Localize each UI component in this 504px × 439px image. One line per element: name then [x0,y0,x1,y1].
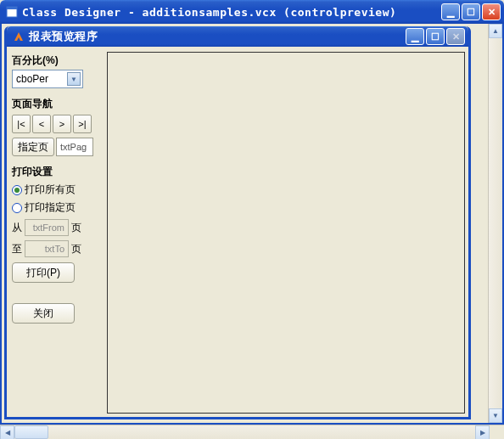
fox-icon [12,30,25,43]
nav-buttons: |< < > >| [12,115,104,133]
from-row: 从 txtFrom 页 [12,219,104,236]
to-label: 至 [12,242,22,256]
inner-client: 百分比(%) cboPer ▼ 页面导航 |< < > >| [7,47,468,417]
left-panel: 百分比(%) cboPer ▼ 页面导航 |< < > >| [12,52,104,414]
close-button[interactable]: ✕ [482,3,501,20]
maximize-button[interactable]: ☐ [462,3,480,20]
inner-window: 报表预览程序 ▁ ☐ ✕ 百分比(%) cboPer ▼ 页面导 [4,26,471,419]
to-page-suffix: 页 [71,242,81,256]
percent-combo-value: cboPer [16,73,48,85]
outer-titlebar[interactable]: Class Designer - additionsamples.vcx (co… [0,0,504,24]
print-all-label: 打印所有页 [25,183,76,197]
to-page-input: txtTo [25,240,69,257]
inner-maximize-button[interactable]: ☐ [426,28,445,45]
chevron-down-icon: ▼ [67,72,81,86]
percent-label: 百分比(%) [12,53,104,68]
inner-close-button: ✕ [446,28,465,45]
scroll-left-button[interactable]: ◀ [0,425,14,439]
preview-pane [107,52,465,414]
print-button[interactable]: 打印(P) [12,262,75,283]
scroll-down-button[interactable]: ▼ [489,408,502,423]
close-form-button[interactable]: 关闭 [12,303,75,324]
outer-window-buttons: ▁ ☐ ✕ [441,3,501,20]
nav-label: 页面导航 [12,97,104,111]
inner-minimize-button[interactable]: ▁ [406,28,424,45]
prev-page-button[interactable]: < [32,115,51,133]
goto-row: 指定页 txtPag [12,138,104,156]
outer-window: Class Designer - additionsamples.vcx (co… [0,0,504,439]
next-page-button[interactable]: > [53,115,71,133]
inner-window-buttons: ▁ ☐ ✕ [406,28,465,45]
app-icon [5,5,19,19]
last-page-button[interactable]: >| [73,115,92,133]
hscroll-track[interactable] [14,425,475,439]
outer-client: 报表预览程序 ▁ ☐ ✕ 百分比(%) cboPer ▼ 页面导 [0,24,504,425]
goto-page-button[interactable]: 指定页 [12,138,54,156]
scrollbar-corner [490,425,504,439]
print-label: 打印设置 [12,165,104,179]
minimize-button[interactable]: ▁ [441,3,460,20]
outer-title: Class Designer - additionsamples.vcx (co… [22,6,441,19]
print-range-radio-row: 打印指定页 [12,200,104,215]
horizontal-scrollbar[interactable]: ◀ ▶ [0,425,504,439]
content-area: 报表预览程序 ▁ ☐ ✕ 百分比(%) cboPer ▼ 页面导 [2,24,488,423]
svg-rect-1 [7,7,17,9]
print-all-radio-row: 打印所有页 [12,183,104,197]
inner-titlebar[interactable]: 报表预览程序 ▁ ☐ ✕ [7,26,468,47]
from-label: 从 [12,221,22,235]
vscroll-track[interactable] [489,38,502,408]
scroll-up-button[interactable]: ▲ [489,24,502,38]
from-page-input: txtFrom [25,219,69,236]
svg-marker-2 [14,32,23,41]
print-range-label: 打印指定页 [25,200,76,215]
percent-combo[interactable]: cboPer ▼ [12,70,83,88]
scroll-right-button[interactable]: ▶ [475,425,490,439]
first-page-button[interactable]: |< [12,115,31,133]
to-row: 至 txtTo 页 [12,240,104,257]
print-all-radio[interactable] [12,185,22,195]
inner-title: 报表预览程序 [29,29,406,44]
vertical-scrollbar[interactable]: ▲ ▼ [488,24,502,423]
hscroll-thumb[interactable] [14,425,48,439]
print-range-radio[interactable] [12,203,22,213]
from-page-suffix: 页 [71,221,81,235]
page-number-input[interactable]: txtPag [56,138,93,156]
